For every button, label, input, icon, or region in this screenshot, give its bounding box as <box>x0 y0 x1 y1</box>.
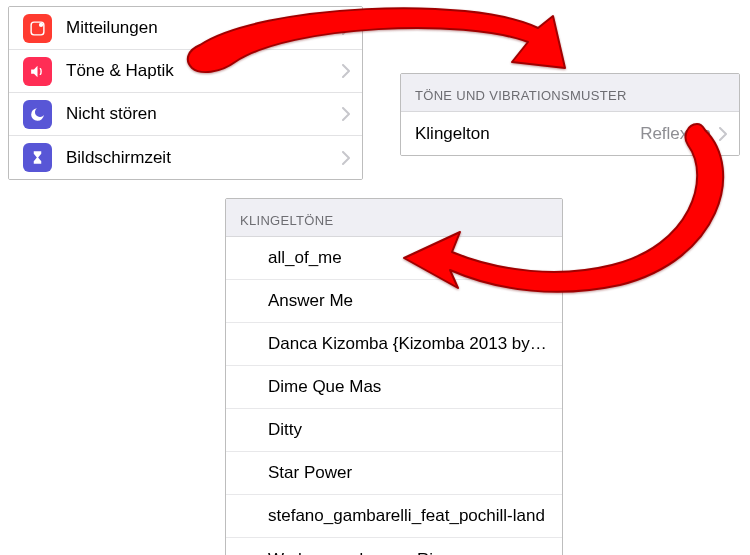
ringtone-item-label: all_of_me <box>268 248 548 268</box>
ringtone-item-label: We have a dream - Ringon <box>268 550 548 556</box>
notifications-icon <box>23 14 52 43</box>
ringtone-item-label: Star Power <box>268 463 548 483</box>
sounds-panel: TÖNE UND VIBRATIONSMUSTER Klingelton Ref… <box>400 73 740 156</box>
ringtone-item[interactable]: Answer Me <box>226 280 562 323</box>
settings-row-screentime[interactable]: Bildschirmzeit <box>9 136 362 179</box>
chevron-right-icon <box>342 151 350 165</box>
settings-row-dnd[interactable]: Nicht stören <box>9 93 362 136</box>
settings-list-panel: Mitteilungen Töne & Haptik Nicht stören … <box>8 6 363 180</box>
ringtone-item-label: Ditty <box>268 420 548 440</box>
settings-row-sounds[interactable]: Töne & Haptik <box>9 50 362 93</box>
ringtone-item-label: stefano_gambarelli_feat_pochill-land <box>268 506 548 526</box>
chevron-right-icon <box>342 21 350 35</box>
ringtone-item[interactable]: We have a dream - Ringon <box>226 538 562 555</box>
ringtone-item-label: Dime Que Mas <box>268 377 548 397</box>
ringtones-panel: KLINGELTÖNE all_of_me Answer Me Danca Ki… <box>225 198 563 555</box>
chevron-right-icon <box>342 107 350 121</box>
ringtone-label: Klingelton <box>415 124 640 144</box>
ringtone-item[interactable]: all_of_me <box>226 237 562 280</box>
settings-row-notifications[interactable]: Mitteilungen <box>9 7 362 50</box>
ringtone-item[interactable]: stefano_gambarelli_feat_pochill-land <box>226 495 562 538</box>
ringtone-row[interactable]: Klingelton Reflexion <box>401 112 739 155</box>
ringtone-item-label: Danca Kizomba {Kizomba 2013 by vk.c… <box>268 334 548 354</box>
ringtone-item[interactable]: Dime Que Mas <box>226 366 562 409</box>
hourglass-icon <box>23 143 52 172</box>
ringtone-item[interactable]: Star Power <box>226 452 562 495</box>
svg-point-1 <box>39 22 43 26</box>
moon-icon <box>23 100 52 129</box>
settings-row-label: Töne & Haptik <box>66 61 342 81</box>
ringtone-item[interactable]: Ditty <box>226 409 562 452</box>
ringtone-value: Reflexion <box>640 124 711 144</box>
ringtones-section-header: KLINGELTÖNE <box>226 199 562 237</box>
settings-row-label: Mitteilungen <box>66 18 342 38</box>
ringtone-item-label: Answer Me <box>268 291 548 311</box>
chevron-right-icon <box>719 127 727 141</box>
chevron-right-icon <box>342 64 350 78</box>
settings-row-label: Bildschirmzeit <box>66 148 342 168</box>
settings-row-label: Nicht stören <box>66 104 342 124</box>
sounds-section-header: TÖNE UND VIBRATIONSMUSTER <box>401 74 739 112</box>
ringtone-item[interactable]: Danca Kizomba {Kizomba 2013 by vk.c… <box>226 323 562 366</box>
sounds-icon <box>23 57 52 86</box>
